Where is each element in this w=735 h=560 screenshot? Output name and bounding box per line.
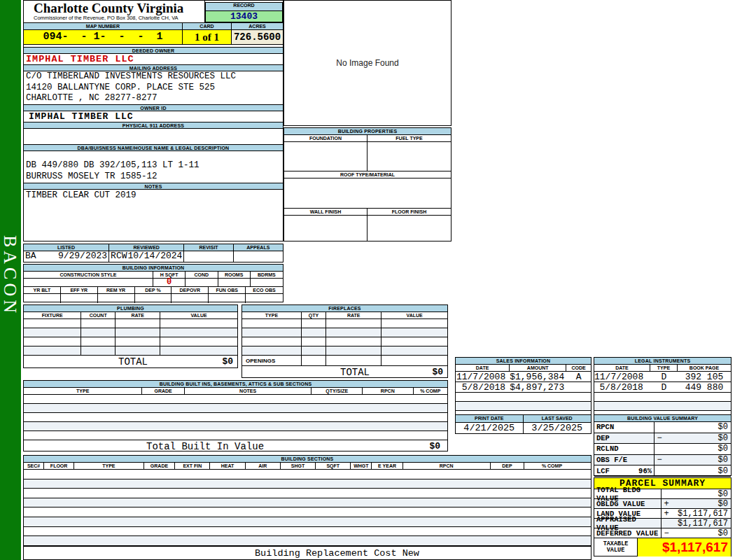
plumbing-title: PLUMBING xyxy=(24,305,237,312)
map-card-acres-headers: MAP NUMBER CARD ACRES xyxy=(24,23,283,30)
dates-headers: PRINT DATE LAST SAVED xyxy=(456,415,591,423)
empty-row xyxy=(456,402,591,411)
empty-row xyxy=(24,536,591,546)
column-header: ECO OBS xyxy=(246,287,283,293)
deeded-owner-value[interactable]: IMPHAL TIMBER LLC xyxy=(24,54,283,64)
summary-row: DEFERRED VALUE−$0 xyxy=(594,528,731,538)
column-header: VALUE xyxy=(160,312,237,318)
column-header: TYPE xyxy=(74,463,144,469)
column-header: COND xyxy=(186,272,218,278)
county-title-block: Charlotte County Virginia Commissioner o… xyxy=(24,1,204,22)
column-header: DEPOVR xyxy=(172,287,209,293)
column-header: EXT FIN xyxy=(175,463,210,469)
summary-row: LCF96%$0 xyxy=(594,465,731,477)
listed-by: BA xyxy=(25,251,36,262)
building-value-summary-title: BUILDING VALUE SUMMARY xyxy=(594,415,731,422)
deeded-owner-label: DEEDED OWNER xyxy=(24,47,283,54)
review-dates-box: LISTEDREVIEWEDREVISITAPPEALS BA9/29/2023… xyxy=(23,244,284,262)
plumbing-total-value: $0 xyxy=(222,356,237,367)
reviewed-by: RCW xyxy=(111,251,127,262)
print-date-value: 4/21/2025 xyxy=(456,423,524,434)
building-properties-box: BUILDING PROPERTIES FOUNDATION FUEL TYPE… xyxy=(284,127,451,241)
legal-empty-rows xyxy=(594,393,731,411)
summary-value: $0 xyxy=(664,433,731,443)
column-header: APPEALS xyxy=(234,244,283,251)
floor-finish-label: FLOOR FINISH xyxy=(368,209,451,215)
building-sections-title: BUILDING SECTIONS xyxy=(24,456,591,463)
sales-rows: 11/7/2008$1,956,384A5/8/2018$4,897,273 xyxy=(456,372,591,393)
table-cell: D xyxy=(650,382,678,392)
empty-row xyxy=(242,337,447,346)
notes-value: TIMBER CLEAR CUT 2019 xyxy=(24,190,283,242)
building-value-summary-rows: RPCN$0DEP−$0RCLND$0OBS F/E−$0LCF96%$0 xyxy=(594,422,731,477)
physical-911-address-value xyxy=(24,129,283,141)
empty-row xyxy=(242,328,447,337)
column-header: SHGT xyxy=(281,463,316,469)
legal-instruments-table: LEGAL INSTRUMENTS DATETYPEBOOK PAGE 11/7… xyxy=(594,357,732,416)
building-sections-headers: SEC#FLOORTYPEGRADEEXT FINHEATAIRSHGTSQFT… xyxy=(24,463,591,470)
no-image-text: No Image Found xyxy=(336,58,398,68)
column-header: RPCN xyxy=(403,463,491,469)
column-header: FUN OBS xyxy=(209,287,246,293)
summary-value: $0 xyxy=(671,499,731,509)
map-number-value[interactable]: 094- - 1- - - 1 xyxy=(24,30,183,44)
building-replacement-cost-label: Building Replacement Cost New xyxy=(24,548,419,559)
empty-row xyxy=(24,404,447,413)
table-row: 11/7/2008D392 105 xyxy=(594,372,731,382)
print-date-label: PRINT DATE xyxy=(456,415,524,422)
table-cell: D xyxy=(650,372,678,382)
physical-911-address-label: PHYSICAL 911 ADDRESS xyxy=(24,122,283,129)
record-value: 13403 xyxy=(205,10,283,22)
sidebar-green-bar: BACON xyxy=(0,0,21,560)
property-card-header-box: Charlotte County Virginia Commissioner o… xyxy=(23,0,284,241)
taxable-value-label: TAXABLE VALUE xyxy=(594,538,638,556)
column-header: QTY xyxy=(302,312,326,318)
column-header: E YEAR xyxy=(372,463,403,469)
empty-row xyxy=(24,337,237,346)
text-line: CHARLOTTE , NC 28277-8277 xyxy=(26,93,283,104)
building-info-headers-1: CONSTRUCTION STYLEH SQFTCONDROOMSBDRMS xyxy=(24,272,283,279)
empty-row xyxy=(24,431,447,440)
sales-empty-rows xyxy=(456,393,591,411)
column-header: RATE xyxy=(326,312,382,318)
plumbing-headers: FIXTURECOUNTRATEVALUE xyxy=(24,312,237,319)
column-header: EFF YR xyxy=(61,287,98,293)
building-information-title: BUILDING INFORMATION xyxy=(24,265,283,272)
table-row: 11/7/2008$1,956,384A xyxy=(456,372,591,382)
revisit-value xyxy=(184,251,233,262)
summary-label: APPRAISED VALUE xyxy=(594,519,662,528)
column-header: % COMP xyxy=(414,388,447,394)
taxable-label-line2: VALUE xyxy=(607,547,625,554)
summary-label: OBLDG VALUE xyxy=(594,499,662,508)
built-ins-empty-rows xyxy=(24,395,447,440)
summary-value: $1,117,617 xyxy=(671,509,731,519)
column-header: RATE xyxy=(115,312,160,318)
building-sections-table: BUILDING SECTIONS SEC#FLOORTYPEGRADEEXT … xyxy=(23,455,592,560)
empty-row xyxy=(24,422,447,431)
plumbing-table: PLUMBING FIXTURECOUNTRATEVALUE TOTAL $0 xyxy=(23,304,238,368)
wall-floor-values xyxy=(284,216,451,241)
built-ins-table: BUILDING BUILT INS, BASEMENTS, ATTICS & … xyxy=(23,380,448,451)
summary-value: $0 xyxy=(671,528,731,538)
column-header: YR BLT xyxy=(24,287,61,293)
empty-row xyxy=(594,393,731,402)
column-header: BDRMS xyxy=(251,272,283,278)
fireplaces-total-row: TOTAL $0 xyxy=(242,366,447,378)
table-cell: $4,897,273 xyxy=(510,382,566,392)
fireplaces-empty-rows xyxy=(242,319,447,356)
summary-label: TOTAL BLDG VALUE xyxy=(594,489,662,498)
table-cell xyxy=(566,382,591,392)
card-value[interactable]: 1 of 1 xyxy=(183,30,232,44)
table-cell: 5/8/2018 xyxy=(456,382,510,392)
empty-row xyxy=(24,479,591,489)
empty-row xyxy=(24,413,447,422)
sales-information-table: SALES INFORMATION DATEAMOUNTCODE 11/7/20… xyxy=(455,357,592,416)
county-subtitle: Commissioner of the Revenue, PO Box 308,… xyxy=(34,15,204,21)
column-header: RPCN xyxy=(363,388,414,394)
fireplaces-total-value: $0 xyxy=(432,367,447,377)
empty-row xyxy=(24,489,591,498)
reviewed-value: RCW10/14/2024 xyxy=(109,251,184,262)
summary-operator: + xyxy=(662,509,671,519)
built-ins-total-value: $0 xyxy=(429,441,447,451)
plumbing-total-label: TOTAL xyxy=(24,356,148,368)
